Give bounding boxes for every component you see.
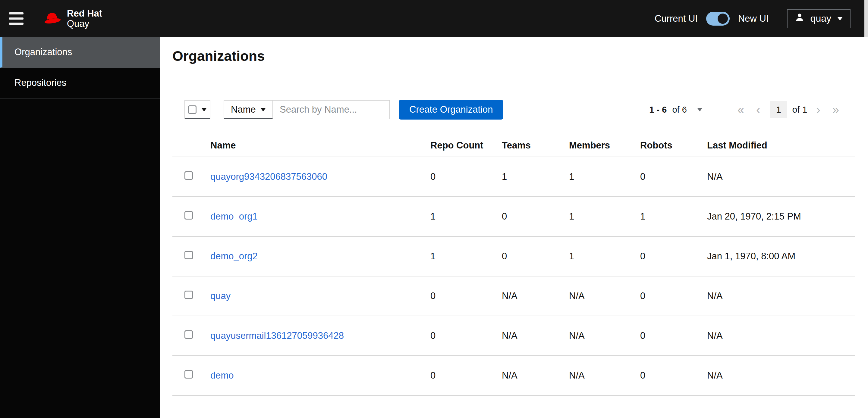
teams-cell: N/A	[502, 291, 569, 301]
sidebar-item-organizations[interactable]: Organizations	[0, 37, 160, 68]
table-header-row: NameRepo CountTeamsMembersRobotsLast Mod…	[173, 134, 855, 157]
pagination: 1 - 6 of 6 « ‹ 1 of 1 › »	[649, 101, 845, 118]
row-checkbox[interactable]	[184, 370, 193, 379]
column-header-members: Members	[569, 140, 640, 151]
toolbar: Name Create Organization 1 - 6 of 6 « ‹ …	[173, 100, 855, 120]
last-modified-cell: Jan 1, 1970, 8:00 AM	[707, 251, 855, 262]
row-checkbox[interactable]	[184, 291, 193, 299]
repo-count-cell: 0	[430, 171, 502, 182]
nav-toggle-hamburger-icon[interactable]	[9, 12, 24, 25]
row-checkbox[interactable]	[184, 211, 193, 220]
new-ui-label: New UI	[738, 13, 769, 24]
first-page-button[interactable]: «	[732, 104, 750, 116]
members-cell: N/A	[569, 330, 640, 341]
chevron-down-icon	[260, 108, 266, 111]
search-input[interactable]	[273, 100, 390, 119]
user-menu-dropdown[interactable]: quay	[787, 9, 850, 28]
column-header-name: Name	[210, 140, 430, 151]
repo-count-cell: 0	[430, 370, 502, 381]
pagination-range: 1 - 6	[649, 105, 667, 115]
username: quay	[810, 13, 831, 24]
chevron-down-icon	[201, 108, 207, 111]
pagination-menu-toggle[interactable]: 1 - 6 of 6	[649, 105, 702, 115]
user-icon	[795, 13, 804, 25]
org-name-cell: demo	[210, 370, 430, 381]
chevron-down-icon	[837, 17, 843, 21]
robots-cell: 0	[640, 330, 707, 341]
teams-cell: 1	[502, 171, 569, 182]
current-page-input[interactable]: 1	[770, 101, 787, 118]
hamburger-bar	[9, 23, 24, 25]
repo-count-cell: 0	[430, 291, 502, 301]
teams-cell: 0	[502, 251, 569, 262]
pager-controls: « ‹ 1 of 1 › »	[732, 101, 845, 118]
robots-cell: 0	[640, 291, 707, 301]
last-modified-cell: N/A	[707, 330, 855, 341]
members-cell: N/A	[569, 370, 640, 381]
hamburger-bar	[9, 12, 24, 14]
last-modified-cell: N/A	[707, 291, 855, 301]
org-name-link[interactable]: quay	[210, 291, 230, 301]
redhat-quay-logo[interactable]: Red Hat Quay	[43, 8, 102, 29]
last-modified-cell: N/A	[707, 370, 855, 381]
masthead: Red Hat Quay Current UI New UI quay	[0, 0, 868, 37]
sidebar-item-repositories[interactable]: Repositories	[0, 68, 160, 98]
column-header-repo-count: Repo Count	[430, 140, 502, 151]
row-select-cell	[173, 330, 210, 341]
org-name-link[interactable]: demo_org1	[210, 211, 258, 222]
members-cell: 1	[569, 251, 640, 262]
pagination-total: of 6	[672, 105, 687, 115]
row-select-cell	[173, 171, 210, 182]
column-header-robots: Robots	[640, 140, 707, 151]
bulk-select-dropdown[interactable]	[184, 100, 210, 119]
org-name-link[interactable]: demo_org2	[210, 251, 258, 261]
filter-column-select[interactable]: Name	[224, 100, 273, 119]
org-name-cell: demo_org2	[210, 251, 430, 262]
robots-cell: 0	[640, 171, 707, 182]
org-name-cell: demo_org1	[210, 211, 430, 222]
members-cell: N/A	[569, 291, 640, 301]
last-page-button[interactable]: »	[827, 104, 845, 116]
row-checkbox[interactable]	[184, 330, 193, 339]
table-row: quay0N/AN/A0N/A	[173, 277, 855, 316]
ui-version-toggle[interactable]	[706, 12, 730, 26]
last-modified-cell: N/A	[707, 171, 855, 182]
last-modified-cell: Jan 20, 1970, 2:15 PM	[707, 211, 855, 222]
table-row: quayusermail1361270599364280N/AN/A0N/A	[173, 316, 855, 356]
table-body: quayorg93432068375630600110N/Ademo_org11…	[173, 157, 855, 396]
robots-cell: 1	[640, 211, 707, 222]
scrollbar-thumb[interactable]	[864, 0, 868, 37]
brand-name: Red Hat	[67, 8, 102, 19]
teams-cell: 0	[502, 211, 569, 222]
org-name-link[interactable]: quayorg9343206837563060	[210, 171, 327, 182]
chevron-down-icon	[697, 108, 703, 111]
robots-cell: 0	[640, 251, 707, 262]
column-header-teams: Teams	[502, 140, 569, 151]
robots-cell: 0	[640, 370, 707, 381]
members-cell: 1	[569, 171, 640, 182]
page-count-label: of 1	[792, 104, 807, 115]
members-cell: 1	[569, 211, 640, 222]
org-name-cell: quay	[210, 291, 430, 301]
row-checkbox[interactable]	[184, 171, 193, 180]
previous-page-button[interactable]: ‹	[750, 104, 766, 116]
sidebar: Organizations Repositories	[0, 37, 160, 418]
create-organization-button[interactable]: Create Organization	[399, 100, 503, 120]
table-row: quayorg93432068375630600110N/A	[173, 157, 855, 197]
brand-product: Quay	[67, 19, 102, 29]
redhat-fedora-icon	[43, 11, 62, 27]
main-content: Organizations Name Create Organization 1…	[160, 37, 868, 418]
org-name-link[interactable]: quayusermail136127059936428	[210, 330, 344, 341]
filter-column-value: Name	[231, 104, 256, 115]
column-header-last-modified: Last Modified	[707, 140, 855, 151]
toggle-knob	[718, 13, 728, 24]
org-name-link[interactable]: demo	[210, 370, 234, 381]
org-name-cell: quayusermail136127059936428	[210, 330, 430, 341]
row-select-cell	[173, 291, 210, 301]
row-select-cell	[173, 211, 210, 222]
row-checkbox[interactable]	[184, 251, 193, 259]
hamburger-bar	[9, 18, 24, 20]
bulk-select-checkbox[interactable]	[188, 105, 196, 114]
next-page-button[interactable]: ›	[810, 104, 826, 116]
org-name-cell: quayorg9343206837563060	[210, 171, 430, 182]
